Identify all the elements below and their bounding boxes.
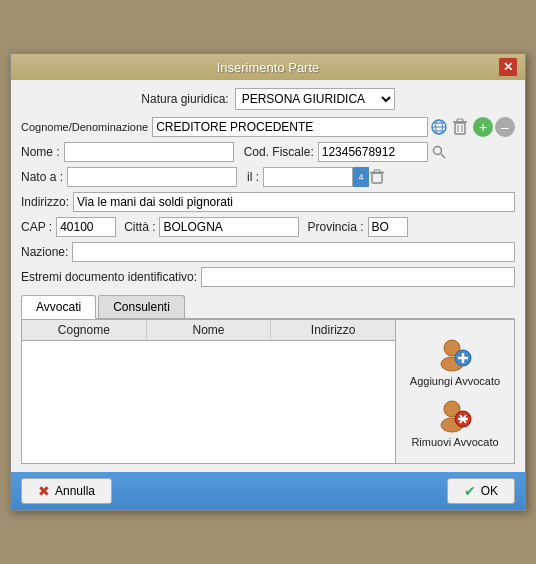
date-trash-icon: [370, 169, 384, 185]
citta-input[interactable]: [159, 217, 299, 237]
nome-label: Nome :: [21, 145, 60, 159]
svg-rect-5: [455, 123, 465, 134]
codfisc-search-button[interactable]: [430, 144, 448, 160]
col-cognome: Cognome: [22, 320, 147, 340]
il-input[interactable]: [263, 167, 353, 187]
il-label: il :: [247, 170, 259, 184]
rimuovi-icon: [437, 397, 473, 433]
window-title: Inserimento Parte: [37, 60, 499, 75]
aggiungi-label: Aggiungi Avvocato: [410, 375, 500, 387]
title-bar: Inserimento Parte ✕: [11, 54, 525, 80]
cap-label: CAP :: [21, 220, 52, 234]
svg-line-11: [441, 154, 445, 158]
indirizzo-label: Indirizzo:: [21, 195, 69, 209]
table-left: Cognome Nome Indirizzo: [22, 320, 396, 463]
svg-rect-12: [372, 173, 382, 183]
table-area: Cognome Nome Indirizzo Aggiungi Avvocato: [21, 319, 515, 464]
nazione-label: Nazione:: [21, 245, 68, 259]
tab-bar: Avvocati Consulenti: [21, 295, 515, 319]
aggiungi-avvocato-button[interactable]: Aggiungi Avvocato: [410, 336, 500, 387]
annulla-label: Annulla: [55, 484, 95, 498]
nazione-input[interactable]: [72, 242, 515, 262]
nazione-row: Nazione:: [21, 242, 515, 262]
cognome-label: Cognome/Denominazione: [21, 121, 148, 133]
tab-avvocati[interactable]: Avvocati: [21, 295, 96, 319]
cancel-icon: ✖: [38, 483, 50, 499]
nato-label: Nato a :: [21, 170, 63, 184]
natura-row: Natura giuridica: PERSONA GIURIDICA PERS…: [21, 88, 515, 110]
main-window: Inserimento Parte ✕ Natura giuridica: PE…: [10, 53, 526, 511]
natura-select[interactable]: PERSONA GIURIDICA PERSONA FISICA: [235, 88, 395, 110]
cap-input[interactable]: [56, 217, 116, 237]
codfisc-label: Cod. Fiscale:: [244, 145, 314, 159]
cognome-row: Cognome/Denominazione: [21, 117, 515, 137]
search-icon: [432, 145, 446, 159]
provincia-label: Provincia :: [307, 220, 363, 234]
nome-input[interactable]: [64, 142, 234, 162]
action-panel: Aggiungi Avvocato Rimuovi Avvocato: [396, 320, 514, 463]
rimuovi-label: Rimuovi Avvocato: [411, 436, 498, 448]
provincia-input[interactable]: [368, 217, 408, 237]
cap-row: CAP : Città : Provincia :: [21, 217, 515, 237]
rimuovi-avvocato-button[interactable]: Rimuovi Avvocato: [411, 397, 498, 448]
estremi-input[interactable]: [201, 267, 515, 287]
col-indirizzo: Indirizzo: [271, 320, 395, 340]
svg-point-10: [433, 147, 441, 155]
indirizzo-row: Indirizzo:: [21, 192, 515, 212]
footer: ✖ Annulla ✔ OK: [11, 472, 525, 510]
globe-button[interactable]: [428, 117, 450, 137]
add-button[interactable]: +: [473, 117, 493, 137]
ok-button[interactable]: ✔ OK: [447, 478, 515, 504]
trash-icon: [452, 118, 468, 136]
svg-rect-14: [374, 170, 380, 173]
codfisc-input[interactable]: [318, 142, 428, 162]
window-body: Natura giuridica: PERSONA GIURIDICA PERS…: [11, 80, 525, 472]
estremi-row: Estremi documento identificativo:: [21, 267, 515, 287]
estremi-label: Estremi documento identificativo:: [21, 270, 197, 284]
table-header: Cognome Nome Indirizzo: [22, 320, 395, 341]
ok-icon: ✔: [464, 483, 476, 499]
indirizzo-input[interactable]: [73, 192, 515, 212]
annulla-button[interactable]: ✖ Annulla: [21, 478, 112, 504]
close-button[interactable]: ✕: [499, 58, 517, 76]
col-nome: Nome: [147, 320, 272, 340]
delete-button[interactable]: [450, 117, 470, 137]
calendar-button[interactable]: 4: [353, 167, 369, 187]
citta-label: Città :: [124, 220, 155, 234]
nato-row: Nato a : il : 4: [21, 167, 515, 187]
nato-input[interactable]: [67, 167, 237, 187]
natura-label: Natura giuridica:: [141, 92, 228, 106]
svg-rect-7: [457, 119, 463, 122]
minus-button[interactable]: –: [495, 117, 515, 137]
aggiungi-icon: [437, 336, 473, 372]
globe-icon: [430, 118, 448, 136]
tab-consulenti[interactable]: Consulenti: [98, 295, 185, 318]
ok-label: OK: [481, 484, 498, 498]
nome-row: Nome : Cod. Fiscale:: [21, 142, 515, 162]
date-delete-button[interactable]: [369, 168, 385, 186]
cognome-input[interactable]: [152, 117, 428, 137]
table-body[interactable]: [22, 341, 395, 458]
